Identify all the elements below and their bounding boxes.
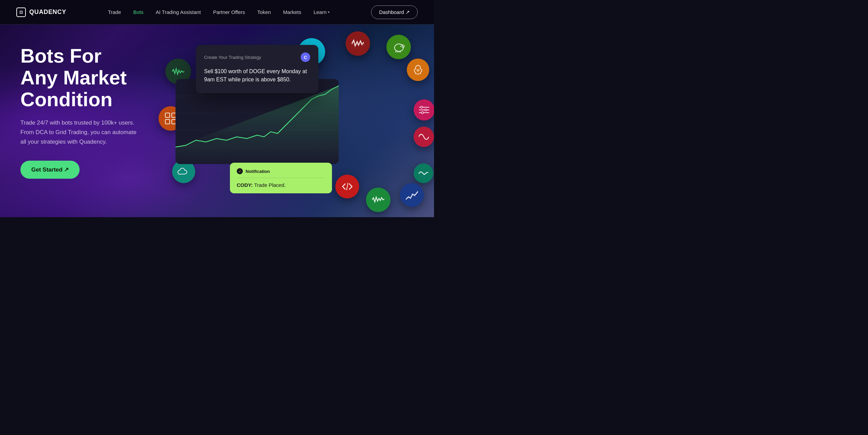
- svg-point-27: [421, 112, 423, 114]
- green-wave-icon: [366, 188, 390, 212]
- svg-point-15: [400, 46, 401, 47]
- strategy-card-header: Create Your Trading Strategy C: [204, 52, 310, 62]
- piggy-icon: [386, 35, 411, 59]
- strategy-card-title: Create Your Trading Strategy: [204, 55, 261, 60]
- wavy-icon: [414, 127, 434, 147]
- dashboard-button[interactable]: Dashboard ↗: [371, 5, 418, 19]
- code-icon: [335, 175, 359, 198]
- notification-label: Notification: [246, 169, 270, 174]
- ai-logo: C: [301, 52, 310, 62]
- sliders-icon: [414, 99, 434, 120]
- check-icon: ✓: [237, 168, 243, 174]
- hero-section: Bots For Any Market Condition Trade 24/7…: [0, 25, 434, 217]
- brand-name: QUADENCY: [29, 9, 66, 16]
- teal-wave-icon: [414, 163, 433, 183]
- nav-item-partner-offers[interactable]: Partner Offers: [213, 9, 245, 15]
- svg-rect-0: [165, 113, 170, 117]
- notification-header: ✓ Notification: [237, 168, 325, 178]
- svg-point-26: [425, 109, 427, 111]
- svg-line-16: [396, 50, 396, 52]
- chevron-down-icon: ▾: [328, 10, 330, 14]
- nav-item-trade[interactable]: Trade: [108, 9, 121, 15]
- logo-icon: ⊡: [16, 7, 26, 17]
- nav-item-ai-trading[interactable]: AI Trading Assistant: [156, 9, 201, 15]
- notification-card: ✓ Notification CODY: Trade Placed.: [230, 163, 332, 193]
- svg-rect-2: [165, 119, 170, 124]
- svg-line-28: [347, 183, 348, 190]
- nav-links: Trade Bots AI Trading Assistant Partner …: [108, 9, 330, 15]
- nav-item-bots[interactable]: Bots: [133, 9, 144, 15]
- brain-icon: [407, 59, 429, 81]
- notification-text: CODY: Trade Placed.: [237, 182, 325, 188]
- navigation: ⊡ QUADENCY Trade Bots AI Trading Assista…: [0, 0, 434, 25]
- nav-item-markets[interactable]: Markets: [283, 9, 301, 15]
- nav-item-learn[interactable]: Learn ▾: [314, 9, 330, 15]
- strategy-card: Create Your Trading Strategy C Sell $100…: [196, 45, 318, 93]
- strategy-card-message: Sell $100 worth of DOGE every Monday at …: [204, 67, 310, 84]
- get-started-button[interactable]: Get Started ↗: [20, 161, 80, 179]
- nav-item-token[interactable]: Token: [257, 9, 271, 15]
- blue-chart-icon: [400, 183, 424, 207]
- hero-visual: Create Your Trading Strategy C Sell $100…: [155, 25, 434, 217]
- svg-line-17: [397, 51, 398, 52]
- svg-point-25: [421, 106, 423, 108]
- wave-icon: [346, 31, 370, 56]
- logo[interactable]: ⊡ QUADENCY: [16, 7, 66, 17]
